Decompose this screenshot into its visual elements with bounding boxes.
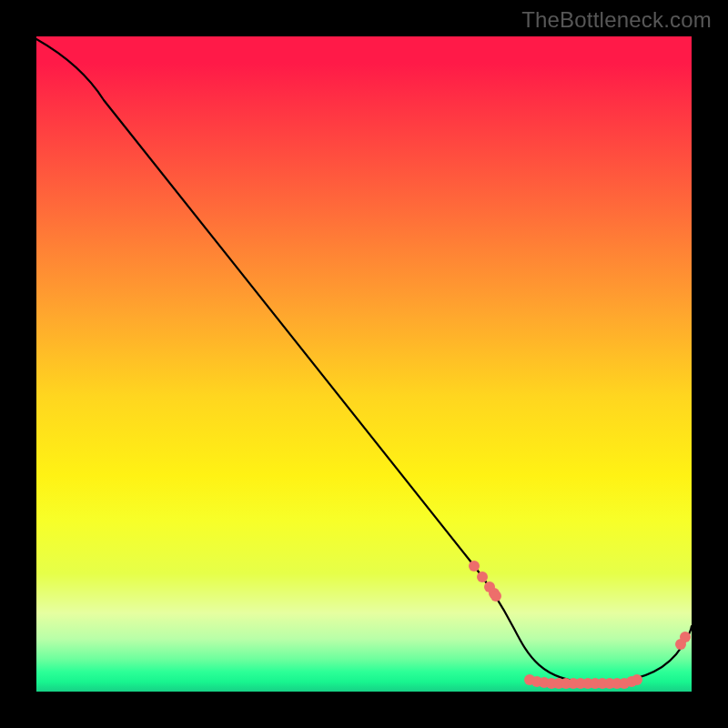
chart-svg <box>36 36 692 692</box>
data-dot <box>469 561 480 571</box>
chart-frame: TheBottleneck.com <box>0 0 728 728</box>
data-dot <box>632 674 642 685</box>
data-dot <box>490 591 501 602</box>
bottleneck-curve <box>36 39 692 682</box>
data-dot <box>477 571 488 582</box>
plot-area <box>36 36 692 692</box>
data-dot <box>680 632 691 642</box>
watermark-label: TheBottleneck.com <box>521 7 712 33</box>
